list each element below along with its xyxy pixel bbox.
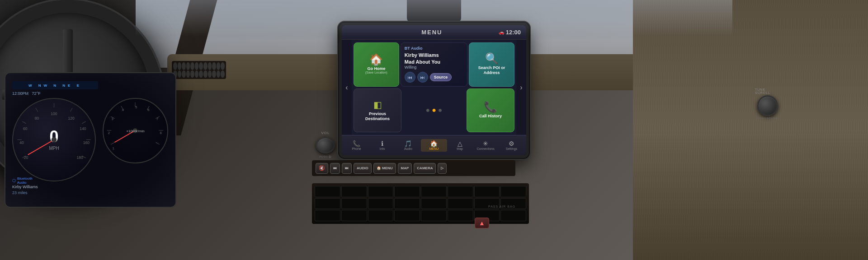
driver-name: Kirby Williams [12, 185, 98, 189]
dot1: ● [425, 106, 430, 114]
infotainment-screen-housing: MENU 🚗 12:00 ‹ 🏠 [339, 23, 529, 158]
instrument-cluster: W NW N NE E 12:00PM 72°F [5, 72, 176, 208]
nav-settings-label: Settings [506, 147, 517, 150]
screen-clock: 🚗 12:00 [499, 29, 521, 36]
map-button[interactable]: MAP [398, 163, 412, 174]
svg-text:60: 60 [23, 126, 28, 131]
source-button[interactable]: Source [430, 73, 452, 81]
nav-connections-label: Connections [477, 147, 495, 150]
svg-text:7: 7 [156, 117, 158, 121]
svg-point-19 [52, 137, 57, 142]
nav-menu-icon: 🏠 [430, 140, 438, 147]
dot2-active: ● [432, 106, 436, 114]
scroll-left-arrow[interactable]: ‹ [342, 40, 352, 135]
svg-text:3: 3 [112, 117, 113, 121]
screen-nav-bar: 📞 Phone ℹ Info 🎵 Audio 🏠 MENU △ Map [342, 135, 526, 155]
scroll-right-arrow[interactable]: › [516, 40, 526, 135]
mute-button[interactable]: 🔇 [316, 163, 328, 174]
svg-text:20: 20 [24, 155, 28, 160]
screen-header: MENU 🚗 12:00 [342, 25, 526, 40]
compass-display: W NW N NE E [12, 81, 98, 89]
svg-text:100: 100 [51, 111, 57, 116]
grid-row-top: 🏠 Go Home (Save Location) BT Audio Kirby… [352, 42, 516, 88]
center-vent [312, 183, 529, 224]
bt-song-title2: Mad About You [405, 59, 463, 65]
back-button[interactable]: ▷ [438, 163, 447, 174]
bluetooth-icon: ⬡ [12, 178, 16, 183]
cluster-info: ⬡ BluetoothAudio Kirby Williams 23 miles [12, 176, 98, 195]
mileage: 23 miles [12, 190, 98, 195]
screen-content: ‹ 🏠 Go Home (Save Location) [342, 40, 526, 135]
search-icon: 🔍 [485, 53, 499, 64]
rpm-gauge: 1 2 3 4 5 6 7 8 ×1000r/min [103, 98, 168, 163]
nav-settings[interactable]: ⚙ Settings [499, 139, 524, 152]
svg-text:5: 5 [135, 105, 137, 109]
tune-label: TUNE SCROLL [755, 88, 780, 94]
prev-button[interactable]: ⏮ [330, 163, 340, 174]
go-home-sublabel: (Save Location) [365, 71, 387, 74]
cluster-time: 12:00PM 72°F [12, 91, 41, 96]
bottom-spacer: ● ● ● [403, 88, 465, 133]
screen-title: MENU [421, 29, 442, 36]
nav-audio-label: Audio [404, 147, 412, 150]
prev-track-button[interactable]: ⏮ [405, 72, 415, 83]
physical-buttons-row-top: 🔇 ⏮ ⏭ AUDIO 🏠 MENU MAP CAMERA ▷ [312, 160, 515, 176]
svg-text:2: 2 [108, 131, 110, 135]
prev-destinations-label: Previous Destinations [357, 111, 398, 121]
svg-line-28 [156, 142, 159, 144]
nav-info[interactable]: ℹ Info [369, 139, 395, 152]
hazard-button[interactable]: ▲ [475, 218, 489, 228]
car-status-icon: 🚗 [499, 30, 504, 35]
svg-text:80: 80 [35, 116, 39, 121]
nav-audio[interactable]: 🎵 Audio [395, 139, 421, 152]
svg-text:40: 40 [19, 140, 24, 145]
bt-artist: Willing [405, 65, 463, 70]
call-history-tile[interactable]: 📞 Call History [467, 88, 514, 133]
tune-knob-area: TUNE SCROLL PUSH SOUND [755, 88, 780, 120]
bt-song-title: Kirby Williams [405, 52, 463, 58]
audio-label: BluetoothAudio [17, 176, 33, 185]
go-home-label: Go Home [367, 66, 385, 71]
svg-text:6: 6 [147, 108, 149, 112]
nav-settings-icon: ⚙ [509, 140, 514, 147]
svg-line-2 [22, 121, 26, 124]
bt-audio-tile: BT Audio Kirby Williams Mad About You Wi… [401, 42, 467, 87]
grid-row-bottom: ◧ Previous Destinations ● ● ● [352, 88, 516, 134]
right-dashboard-trim [633, 0, 868, 260]
nav-menu-label: MENU [429, 147, 439, 150]
phone-icon: 📞 [484, 102, 497, 112]
next-button[interactable]: ⏭ [342, 163, 352, 174]
svg-text:140: 140 [80, 126, 86, 131]
menu-button[interactable]: 🏠 MENU [373, 163, 396, 174]
previous-destinations-tile[interactable]: ◧ Previous Destinations [354, 88, 401, 133]
nav-audio-icon: 🎵 [404, 140, 412, 147]
tune-knob[interactable] [757, 95, 778, 116]
svg-line-20 [111, 142, 114, 144]
nav-map-icon: △ [458, 140, 462, 147]
infotainment-screen: MENU 🚗 12:00 ‹ 🏠 [342, 25, 526, 155]
svg-text:160: 160 [83, 140, 90, 145]
screen-main-grid: 🏠 Go Home (Save Location) BT Audio Kirby… [352, 40, 516, 135]
vol-label: VOL [321, 131, 330, 135]
nav-info-label: Info [380, 147, 385, 150]
next-track-button[interactable]: ⏭ [417, 72, 428, 83]
bt-audio-header: BT Audio [405, 46, 463, 51]
nav-map[interactable]: △ Map [447, 139, 473, 152]
nav-phone[interactable]: 📞 Phone [344, 139, 369, 152]
call-history-label: Call History [479, 114, 502, 119]
camera-button[interactable]: CAMERA [414, 163, 436, 174]
search-poi-tile[interactable]: 🔍 Search POI or Address [469, 42, 514, 87]
nav-connections[interactable]: ✳ Connections [473, 139, 499, 152]
compass-text: W NW N NE E [28, 84, 82, 88]
go-home-tile[interactable]: 🏠 Go Home (Save Location) [354, 42, 399, 87]
svg-line-6 [82, 121, 85, 124]
nav-menu[interactable]: 🏠 MENU [421, 139, 447, 152]
vol-knob[interactable] [316, 137, 335, 153]
rearview-mirror [407, 0, 461, 23]
audio-button[interactable]: AUDIO [354, 163, 372, 174]
destinations-icon: ◧ [373, 99, 382, 110]
pass-airbag-label: PASS AIR BAG [488, 205, 515, 208]
clock-display: 12:00 [506, 29, 521, 36]
svg-line-3 [36, 108, 38, 111]
nav-info-icon: ℹ [381, 140, 383, 147]
